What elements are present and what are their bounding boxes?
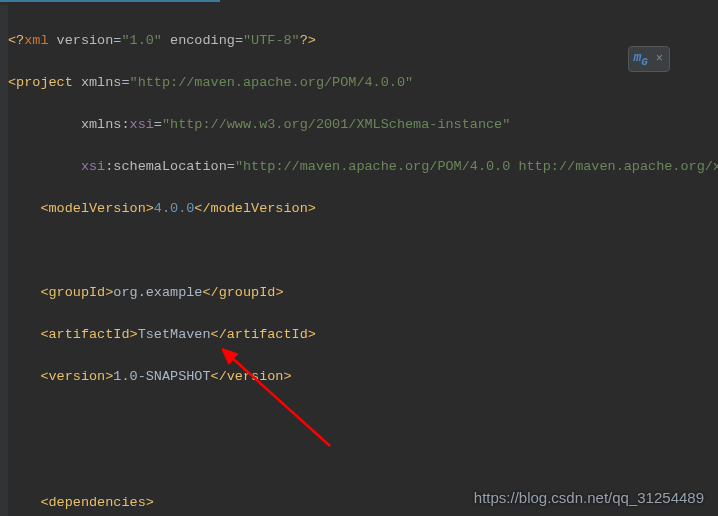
xml-declaration: <?xml version="1.0" encoding="UTF-8"?> (8, 30, 718, 51)
maven-toolbar[interactable]: mG × (628, 46, 670, 72)
close-icon[interactable]: × (654, 52, 665, 66)
maven-icon[interactable]: mG (633, 50, 647, 68)
code-editor: <?xml version="1.0" encoding="UTF-8"?> <… (0, 3, 718, 516)
editor-gutter (0, 5, 8, 516)
watermark-text: https://blog.csdn.net/qq_31254489 (474, 489, 704, 506)
